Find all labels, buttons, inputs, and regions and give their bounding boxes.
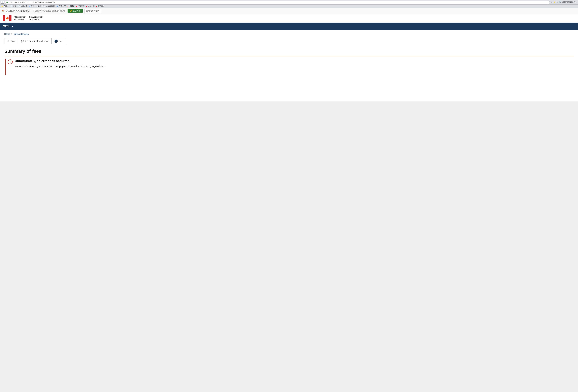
error-text-col: Unfortunately, an error has occurred: We…	[15, 59, 574, 68]
help-circle-icon: ?	[54, 39, 58, 43]
menu-label: MENU	[3, 25, 10, 28]
baidu-icon: 🐾	[56, 5, 58, 7]
bookmark-label: 教育规划	[78, 5, 85, 7]
print-label: Print	[11, 40, 15, 42]
password-nosave-button[interactable]: 此网站不再提示	[84, 9, 101, 13]
error-section: ! Unfortunately, an error has occurred: …	[4, 59, 574, 75]
page-wrapper: 🍁 Government of Canada Gouvernement du C…	[0, 14, 578, 101]
bookmarks-bar: ⭐ 收藏夹 📄 京东 📄 游戏大全 G 谷歌 ⊕ 网址大全 O. 360搜索 🐾…	[0, 4, 578, 8]
error-icon: !	[8, 59, 13, 64]
help-label: Help	[59, 40, 63, 42]
browser-chrome: 📄 https://onlineservices-servicesnligne.…	[0, 0, 578, 14]
bookmark-canada[interactable]: ● 加拿大划	[86, 5, 95, 7]
report-issue-button[interactable]: 💬 Report a Technical Issue	[18, 38, 52, 44]
gov-en-line2: of Canada	[14, 18, 26, 21]
page-title: Summary of fees	[4, 49, 574, 54]
bookmark-favorites[interactable]: ⭐ 收藏夹	[1, 5, 9, 7]
bookmark-360[interactable]: O. 360搜索	[46, 5, 55, 7]
chevron-down-icon: ▾	[557, 1, 558, 3]
menu-button[interactable]: MENU ▼	[0, 23, 16, 30]
lightning-icon: ⚡	[553, 1, 556, 3]
bookmark-label: 网址大全	[38, 5, 45, 7]
grid-icon: ⊞	[551, 1, 552, 3]
gov-en-line1: Government	[14, 16, 26, 18]
ssl-indicator	[6, 1, 8, 3]
bookmark-jd[interactable]: 📄 京东	[10, 5, 16, 7]
save-label: 安全保存	[73, 10, 80, 12]
bookmark-label: 游戏大全	[20, 5, 27, 7]
breadcrumb-home-label: Home	[4, 33, 10, 35]
flag-white: 🍁	[5, 15, 9, 21]
breadcrumb-current[interactable]: Online Services	[14, 33, 29, 35]
red-divider	[4, 56, 574, 56]
bookmark-wangzhi[interactable]: ⊕ 网址大全	[36, 5, 45, 7]
red-circle-icon4: ●	[96, 5, 97, 7]
breadcrumb-separator: >	[11, 33, 12, 35]
breadcrumb: Home > Online Services	[4, 33, 574, 35]
gov-text: Government of Canada Gouvernement du Can…	[14, 16, 43, 21]
bookmark-liuxue[interactable]: ● 留学李玲	[96, 5, 104, 7]
bookmark-label: 加拿大划	[88, 5, 95, 7]
address-bar-row: 📄 https://onlineservices-servicesnligne.…	[0, 0, 578, 4]
bookmark-label: UCM美	[69, 5, 74, 7]
error-heading: Unfortunately, an error has occurred:	[15, 59, 574, 63]
gov-header: 🍁 Government of Canada Gouvernement du C…	[0, 14, 578, 23]
password-prompt: 想安全保存此网页的密码吗？	[6, 10, 31, 12]
canada-flag: 🍁	[3, 15, 11, 21]
chat-icon: 💬	[21, 40, 24, 42]
red-circle-icon: ●	[67, 5, 68, 7]
bookmark-baidu[interactable]: 🐾 百度一下	[56, 5, 66, 7]
url-text: https://onlineservices-servicesnligne.ci…	[9, 1, 55, 3]
flag-red-right	[9, 15, 11, 21]
gov-fr-line1: Gouvernement	[29, 16, 43, 18]
tab-icon: 📄	[1, 1, 4, 3]
red-circle-icon2: ●	[76, 5, 77, 7]
bookmark-ucm[interactable]: ● UCM美	[67, 5, 74, 7]
password-note: （若您使用网吧等公共电脑不建议保存）	[32, 10, 66, 12]
help-button[interactable]: ? Help	[52, 38, 66, 44]
maple-leaf-icon: 🍁	[5, 16, 9, 20]
error-exclamation: !	[10, 60, 11, 64]
google-icon: G	[29, 5, 30, 7]
nosave-label: 此网站不再提示	[86, 10, 99, 12]
gov-fr-line2: du Canada	[29, 18, 43, 21]
key-icon: 🔑	[70, 10, 72, 12]
error-body: We are experiencing an issue with our pa…	[15, 64, 574, 68]
360-icon: O.	[46, 5, 48, 7]
page-icon: 📄	[10, 5, 12, 7]
red-circle-icon3: ●	[86, 5, 87, 7]
error-icon-col: !	[8, 59, 13, 64]
nav-menu: MENU ▼	[0, 23, 578, 30]
home-icon: 🏠	[2, 10, 4, 12]
address-bar[interactable]: https://onlineservices-servicesnligne.ci…	[4, 0, 550, 4]
breadcrumb-home-link[interactable]: Home	[4, 33, 10, 35]
bookmark-label: 留学李玲	[97, 5, 104, 7]
bookmark-games[interactable]: 📄 游戏大全	[18, 5, 27, 7]
gov-text-fr: Gouvernement du Canada	[29, 16, 43, 21]
bookmark-label: 谷歌	[31, 5, 34, 7]
menu-chevron-icon: ▼	[12, 25, 14, 28]
bookmark-label: 百度一下	[59, 5, 66, 7]
print-icon: 🖨	[7, 40, 10, 42]
search-label: 🔍	[559, 1, 561, 3]
flag-red-left	[3, 15, 5, 21]
bookmark-label: 京东	[13, 5, 16, 7]
gov-text-en: Government of Canada	[14, 16, 26, 21]
password-bar: 🏠 想安全保存此网页的密码吗？ （若您使用网吧等公共电脑不建议保存） 🔑 安全保…	[0, 8, 578, 14]
print-button[interactable]: 🖨 Print	[4, 38, 18, 44]
page-content: Home > Online Services 🖨 Print 💬 Report …	[0, 30, 578, 101]
page-icon2: 📄	[18, 5, 20, 7]
star-icon: ⭐	[1, 5, 3, 7]
bookmark-google[interactable]: G 谷歌	[29, 5, 34, 7]
error-left-bar	[5, 59, 5, 75]
browser-icons-right: ⊞ ⚡ ▾ 🔍 地球2.0计划进行中	[551, 1, 577, 3]
toolbar: 🖨 Print 💬 Report a Technical Issue ? Hel…	[4, 38, 66, 44]
bookmark-label: 收藏夹	[3, 5, 9, 7]
password-save-button[interactable]: 🔑 安全保存	[68, 9, 83, 13]
plus-circle-icon: ⊕	[36, 5, 37, 7]
report-label: Report a Technical Issue	[25, 40, 48, 42]
bookmark-edu[interactable]: ● 教育规划	[76, 5, 85, 7]
bookmark-label: 360搜索	[48, 5, 55, 7]
search-hint[interactable]: 地球2.0计划进行中	[562, 1, 577, 3]
